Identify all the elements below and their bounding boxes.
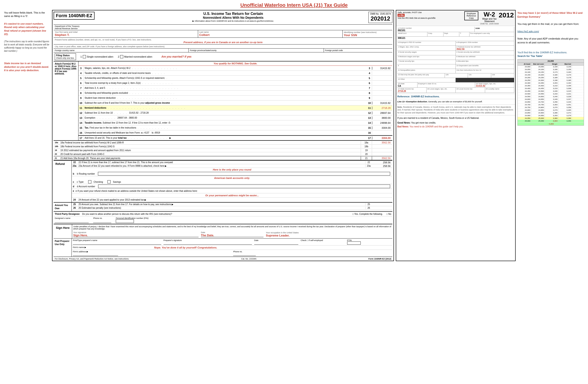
sign-here-label: Sign Here — [54, 224, 72, 238]
form-title-line2: Nonresident Aliens With No Dependents — [98, 16, 368, 19]
right-note-4: Note: Any of your past ADP credentials s… — [517, 37, 584, 44]
attach-label: Attach Form(s) W-2 or 1042-S here. Also … — [54, 61, 79, 140]
left-note-2b: (The instructions say to write rounded f… — [4, 40, 50, 53]
savings-checkbox[interactable] — [107, 180, 111, 183]
omb-block: OMB No. 1545-0074 202012 — [368, 12, 392, 23]
bad-news: Bad News: You need to do 1040NR and this… — [396, 125, 515, 129]
checkbox-single[interactable] — [83, 55, 86, 58]
occupation-value: Supreme Leader. — [266, 234, 391, 237]
form-number: Form 1040NR-EZ — [54, 12, 95, 20]
refund-label: Refund — [54, 161, 72, 202]
right-note-1: You may have 1 (or more!) of these title… — [517, 11, 584, 19]
first-name: Stephen T. — [55, 33, 197, 37]
firm-name-annotation: Nope. You've done it all by yourself! Co… — [154, 246, 392, 249]
left-notes-panel: You will leave fields blank. This is the… — [2, 10, 52, 261]
form-title-line1: U.S. Income Tax Return for Certain — [98, 12, 368, 16]
paid-preparer-label: Paid Preparer Use Only — [54, 239, 72, 257]
form-instructions: ▶ Information about Form 1040NR-EZ and i… — [98, 20, 368, 22]
page-title: Unofficial Waterloo Intern USA (J1) Tax … — [0, 0, 588, 10]
good-news: Good News: You get more tax credits. — [396, 121, 515, 125]
checkbox-married[interactable] — [120, 55, 123, 58]
date-value: The Date. — [201, 233, 263, 237]
right-notes-panel: You may have 1 (or more!) of these title… — [516, 10, 586, 261]
third-party-yes[interactable]: □ Yes. Complete the following. — [352, 213, 383, 215]
efile-badge: e-file — [398, 14, 405, 17]
third-party-label: Third Party Designee — [55, 212, 80, 215]
married-annotation: Are you married? If yes — [161, 55, 191, 58]
year-big: 202012 — [370, 15, 391, 22]
left-note-1: You will leave fields blank. This is the… — [4, 11, 50, 18]
tax-table-note: You'll find this in the 1040NR-EZ Instru… — [517, 51, 584, 57]
ssn: Your SSN — [344, 33, 391, 37]
signature-value: Sign Here. — [73, 233, 199, 237]
married-note: If you are married to a resident of Cana… — [396, 115, 515, 121]
left-note-3: State income tax is an itemized deductio… — [4, 62, 50, 72]
reference-note: Reference: 1040NR-EZ Instructions. — [396, 94, 515, 99]
address-annotation: Present address, if you are in Canada or… — [55, 41, 391, 44]
right-note-3: https://w2.adp.com/ — [517, 30, 584, 33]
tax-table: 24,000 At least But not over Single Marr… — [517, 59, 584, 126]
last-name: Colbert — [199, 33, 341, 37]
qualify-annotation: You qualify for NOTHING. See Guide. — [79, 61, 392, 66]
left-note-2: It's easiest to use exact numbers. Round… — [4, 22, 50, 36]
w2-panel: Safe, accurate, FAST! Use e-file Visit t… — [396, 10, 516, 261]
form-title-block: U.S. Income Tax Return for Certain Nonre… — [98, 12, 368, 22]
checking-checkbox[interactable] — [88, 180, 91, 183]
tax-form: Form 1040NR-EZ U.S. Income Tax Return fo… — [52, 10, 394, 261]
routing-annotation: American bank accounts only. — [72, 176, 392, 180]
permanent-annotation: Or your permanent address might be easie… — [72, 193, 392, 197]
amount-owe-label: Amount You Owe — [54, 203, 72, 211]
exemption-note: Line 13—Exemption deduction. Generally, … — [396, 99, 515, 104]
third-party-no[interactable]: □ No — [386, 213, 391, 215]
round-annotation: Here is the only place you round — [72, 168, 392, 172]
w2-title: W-2 — [480, 11, 499, 18]
right-note-2: You may get them in the mail, or you can… — [517, 22, 584, 26]
w2-year: 2012 — [499, 11, 514, 19]
exemption-details: Note. Residents of Canada, Mexico, or So… — [396, 104, 515, 115]
